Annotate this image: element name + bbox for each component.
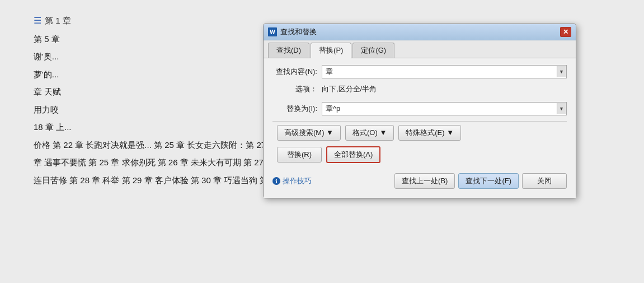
dialog-bottom-row: ℹ 操作技巧 查找上一处(B) 查找下一处(F) 关闭 bbox=[272, 169, 567, 191]
advanced-buttons-row: 高级搜索(M) ▼ 格式(O) ▼ 特殊格式(E) ▼ bbox=[272, 125, 567, 141]
find-label: 查找内容(N): bbox=[272, 67, 317, 77]
special-format-button[interactable]: 特殊格式(E) ▼ bbox=[398, 125, 461, 141]
find-content-row: 查找内容(N): ▼ bbox=[272, 65, 567, 78]
bottom-buttons: 查找上一处(B) 查找下一处(F) 关闭 bbox=[394, 173, 567, 189]
format-button[interactable]: 格式(O) ▼ bbox=[345, 125, 394, 141]
tab-locate[interactable]: 定位(G) bbox=[352, 43, 394, 58]
options-value: 向下,区分全/半角 bbox=[322, 84, 377, 94]
replace-input[interactable] bbox=[322, 102, 567, 115]
dialog-body: 查找内容(N): ▼ 选项： 向下,区分全/半角 替换为(I): ▼ 高级搜索(… bbox=[264, 58, 576, 198]
replace-input-wrapper: ▼ bbox=[322, 102, 567, 115]
tab-find[interactable]: 查找(D) bbox=[268, 43, 309, 58]
find-prev-button[interactable]: 查找上一处(B) bbox=[394, 173, 455, 189]
dialog-tab-bar: 查找(D) 替换(P) 定位(G) bbox=[264, 40, 576, 58]
find-replace-dialog: W 查找和替换 ✕ 查找(D) 替换(P) 定位(G) 查找内容(N): ▼ 选… bbox=[263, 24, 576, 198]
find-input[interactable] bbox=[322, 65, 567, 78]
find-input-wrapper: ▼ bbox=[322, 65, 567, 78]
dialog-close-button[interactable]: ✕ bbox=[560, 27, 571, 37]
tips-link-text: 操作技巧 bbox=[283, 176, 312, 186]
replace-buttons-row: 替换(R) 全部替换(A) bbox=[272, 146, 567, 163]
replace-content-row: 替换为(I): ▼ bbox=[272, 102, 567, 115]
replace-input-dropdown[interactable]: ▼ bbox=[557, 103, 566, 114]
options-row: 选项： 向下,区分全/半角 bbox=[272, 84, 567, 94]
options-label: 选项： bbox=[272, 84, 317, 94]
tab-replace[interactable]: 替换(P) bbox=[311, 43, 351, 58]
tips-link[interactable]: ℹ 操作技巧 bbox=[272, 176, 312, 186]
advanced-search-button[interactable]: 高级搜索(M) ▼ bbox=[277, 125, 341, 141]
replace-label: 替换为(I): bbox=[272, 104, 317, 114]
find-next-button[interactable]: 查找下一处(F) bbox=[458, 173, 519, 189]
info-icon: ℹ bbox=[272, 177, 280, 185]
find-input-dropdown[interactable]: ▼ bbox=[557, 66, 566, 77]
replace-all-button[interactable]: 全部替换(A) bbox=[326, 146, 380, 163]
replace-button[interactable]: 替换(R) bbox=[277, 147, 322, 163]
separator-1 bbox=[272, 121, 567, 122]
dialog-titlebar: W 查找和替换 ✕ bbox=[264, 24, 576, 40]
close-button[interactable]: 关闭 bbox=[522, 173, 567, 189]
app-icon: W bbox=[268, 27, 277, 36]
dialog-title-left: W 查找和替换 bbox=[268, 27, 317, 37]
dialog-title: 查找和替换 bbox=[280, 27, 317, 37]
